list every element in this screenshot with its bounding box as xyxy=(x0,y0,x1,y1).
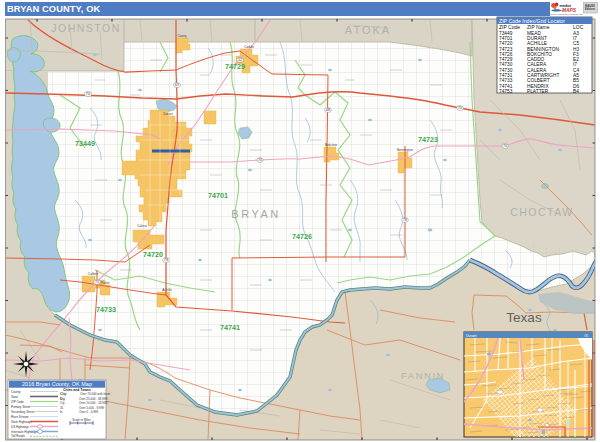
svg-text:Editions: Editions xyxy=(585,7,596,11)
svg-text:River Stream: River Stream xyxy=(11,415,29,419)
svg-text:74726: 74726 xyxy=(499,52,513,57)
svg-text:ACHILLE: ACHILLE xyxy=(527,41,547,46)
svg-text:74730: 74730 xyxy=(499,68,513,73)
svg-text:F3: F3 xyxy=(573,52,579,57)
svg-text:ZIP Code: ZIP Code xyxy=(499,24,520,30)
svg-text:Over 25,000 - 69,999: Over 25,000 - 69,999 xyxy=(79,397,108,401)
svg-text:Over 5,000 - 9,999: Over 5,000 - 9,999 xyxy=(79,406,104,410)
svg-text:Achille: Achille xyxy=(162,288,172,292)
svg-text:MAILED: MAILED xyxy=(585,4,595,8)
svg-text:74720: 74720 xyxy=(143,250,163,259)
svg-text:73449: 73449 xyxy=(499,31,513,36)
svg-text:74701: 74701 xyxy=(208,191,228,200)
svg-text:CALERA: CALERA xyxy=(527,68,547,73)
svg-text:OK: OK xyxy=(584,334,588,338)
svg-text:Texas: Texas xyxy=(506,310,542,325)
svg-text:I7: I7 xyxy=(573,62,577,67)
svg-text:74741: 74741 xyxy=(499,84,513,89)
svg-text:BENNINGTON: BENNINGTON xyxy=(527,47,559,52)
svg-text:D6: D6 xyxy=(573,84,579,89)
svg-text:America's Leading Source of Bu: America's Leading Source of Business Map… xyxy=(549,13,583,15)
svg-text:Cities and Towns: Cities and Towns xyxy=(63,388,91,392)
svg-text:US Highways: US Highways xyxy=(11,425,30,429)
svg-text:H3: H3 xyxy=(573,47,579,52)
svg-text:A3: A3 xyxy=(573,31,579,36)
svg-text:74701: 74701 xyxy=(499,36,513,41)
svg-text:Primary Street: Primary Street xyxy=(11,405,30,409)
svg-text:PLATTER: PLATTER xyxy=(527,89,549,94)
svg-text:74729: 74729 xyxy=(225,62,245,71)
svg-text:JOHNSTON: JOHNSTON xyxy=(51,22,121,34)
svg-text:City: City xyxy=(60,392,67,396)
svg-text:ATOKA: ATOKA xyxy=(345,24,391,36)
svg-text:Over 70,000 with Inset: Over 70,000 with Inset xyxy=(80,392,110,396)
svg-text:State: State xyxy=(11,395,18,399)
svg-text:COLBERT: COLBERT xyxy=(527,78,550,83)
svg-text:A5: A5 xyxy=(573,73,579,78)
svg-text:E2: E2 xyxy=(573,57,579,62)
svg-text:74753: 74753 xyxy=(499,89,513,94)
svg-text:ZIP Code: ZIP Code xyxy=(11,400,24,404)
svg-text:Durant: Durant xyxy=(163,112,173,116)
svg-text:Colbert: Colbert xyxy=(88,272,98,276)
svg-text:In: In xyxy=(60,410,63,414)
svg-text:B4: B4 xyxy=(573,89,579,94)
svg-text:Durant: Durant xyxy=(466,334,477,338)
svg-text:C5: C5 xyxy=(573,41,579,46)
svg-text:BOKCHITO: BOKCHITO xyxy=(527,52,552,57)
svg-text:MEAD: MEAD xyxy=(527,31,541,36)
svg-text:48: 48 xyxy=(326,108,330,112)
svg-text:74731: 74731 xyxy=(499,73,513,78)
svg-text:Toll Roads: Toll Roads xyxy=(11,434,26,438)
svg-text:FANNIN: FANNIN xyxy=(401,370,445,381)
svg-text:BRYAN: BRYAN xyxy=(231,208,280,220)
svg-text:C4: C4 xyxy=(573,68,579,73)
svg-text:ZIP Code Index/Grid Locator: ZIP Code Index/Grid Locator xyxy=(499,18,565,24)
svg-text:Cty: Cty xyxy=(60,401,65,405)
svg-text:HENDRIX: HENDRIX xyxy=(527,84,549,89)
svg-text:County: County xyxy=(11,390,21,394)
svg-text:70: 70 xyxy=(86,92,90,96)
svg-text:XL: XL xyxy=(60,406,64,410)
svg-text:DURANT: DURANT xyxy=(527,36,547,41)
svg-text:78: 78 xyxy=(403,218,407,222)
svg-text:70: 70 xyxy=(258,158,262,162)
svg-text:CALERA: CALERA xyxy=(527,62,547,67)
svg-text:74733: 74733 xyxy=(96,305,116,314)
svg-text:69: 69 xyxy=(175,83,179,87)
svg-text:74723: 74723 xyxy=(418,135,438,144)
svg-text:78: 78 xyxy=(164,258,168,262)
svg-text:74730: 74730 xyxy=(499,62,513,67)
svg-text:ZIP Name: ZIP Name xyxy=(527,24,550,30)
svg-text:LOC: LOC xyxy=(573,24,584,30)
svg-text:73449: 73449 xyxy=(75,139,95,148)
svg-text:74741: 74741 xyxy=(220,323,240,332)
svg-text:B5: B5 xyxy=(573,78,579,83)
svg-text:Scale in Miles: Scale in Miles xyxy=(72,418,91,422)
svg-text:Over 10,000 - 24,999: Over 10,000 - 24,999 xyxy=(79,401,108,405)
svg-text:74729: 74729 xyxy=(499,57,513,62)
svg-text:70: 70 xyxy=(503,144,507,148)
svg-text:Over 0 - 4,999: Over 0 - 4,999 xyxy=(79,410,99,414)
svg-text:Platter: Platter xyxy=(100,281,110,285)
svg-text:74720: 74720 xyxy=(499,41,513,46)
svg-text:CHOCTAW: CHOCTAW xyxy=(510,206,574,218)
svg-text:BRYAN COUNTY, OK: BRYAN COUNTY, OK xyxy=(7,4,101,14)
svg-text:Caney: Caney xyxy=(177,34,187,38)
svg-text:CADDO: CADDO xyxy=(527,57,545,62)
svg-text:Bokchito: Bokchito xyxy=(325,143,337,147)
svg-text:74726: 74726 xyxy=(292,232,312,241)
svg-text:Bennington: Bennington xyxy=(397,148,413,152)
svg-text:I7: I7 xyxy=(573,36,577,41)
svg-text:CARTWRIGHT: CARTWRIGHT xyxy=(527,73,559,78)
svg-text:Dty: Dty xyxy=(60,397,65,401)
svg-text:Caddo: Caddo xyxy=(244,45,254,49)
svg-text:74723: 74723 xyxy=(499,47,513,52)
svg-text:State Highways: State Highways xyxy=(11,420,32,424)
svg-text:74733: 74733 xyxy=(499,78,513,83)
svg-text:75: 75 xyxy=(95,280,99,284)
svg-text:Calera: Calera xyxy=(137,224,147,228)
svg-text:70: 70 xyxy=(458,106,462,110)
svg-text:2016 Bryan County, OK Map: 2016 Bryan County, OK Map xyxy=(22,381,92,387)
